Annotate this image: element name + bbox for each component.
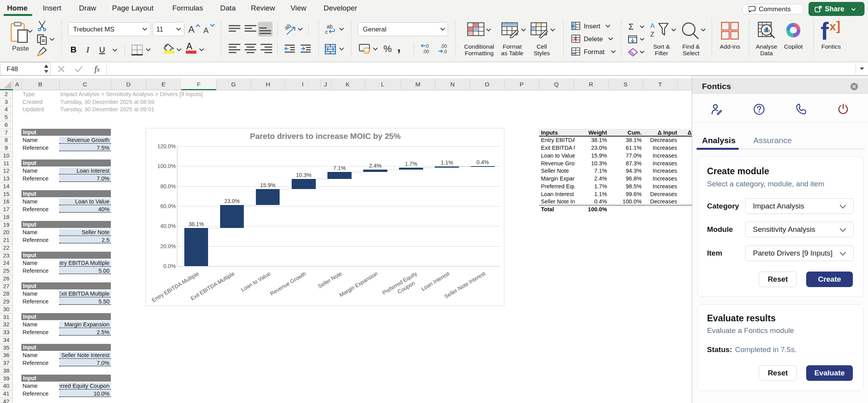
svg-text:ab: ab: [284, 23, 292, 31]
svg-text:Z: Z: [650, 31, 654, 38]
svg-text:A: A: [650, 22, 655, 30]
svg-text:c: c: [325, 29, 328, 35]
